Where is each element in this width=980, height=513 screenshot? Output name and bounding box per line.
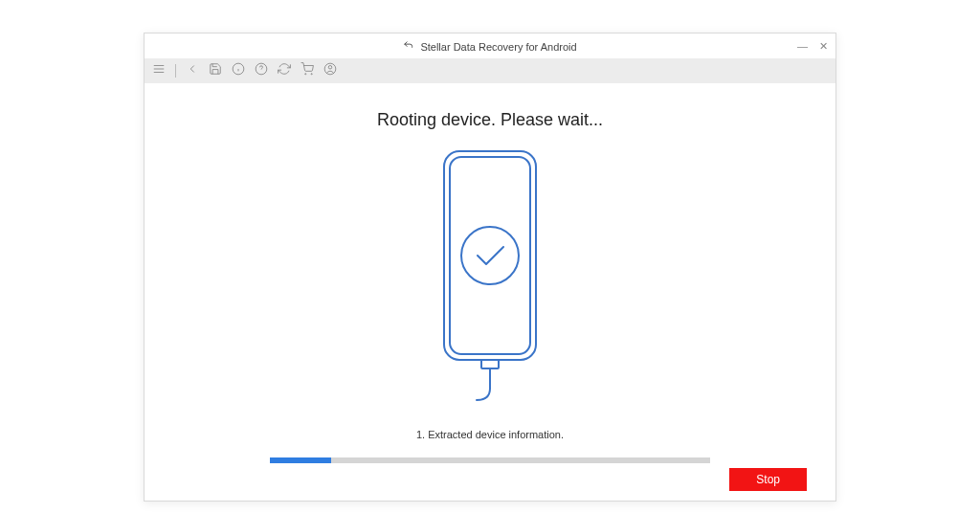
content-area: Rooting device. Please wait... xyxy=(145,83,835,501)
user-icon[interactable] xyxy=(323,62,337,79)
cart-icon[interactable] xyxy=(301,62,314,79)
phone-illustration xyxy=(418,147,562,415)
close-button[interactable]: ✕ xyxy=(819,40,828,53)
info-icon[interactable] xyxy=(232,62,245,79)
window-controls: — ✕ xyxy=(797,40,828,53)
svg-rect-12 xyxy=(444,151,536,360)
back-icon[interactable] xyxy=(186,62,199,79)
page-title: Rooting device. Please wait... xyxy=(377,110,603,130)
title-back-icon xyxy=(403,40,413,53)
svg-point-8 xyxy=(305,74,306,75)
status-text: 1. Extracted device information. xyxy=(416,429,564,440)
svg-point-9 xyxy=(311,74,312,75)
help-icon[interactable] xyxy=(255,62,268,79)
svg-rect-16 xyxy=(481,360,499,368)
svg-point-11 xyxy=(328,66,332,70)
toolbar-separator xyxy=(175,64,176,78)
footer-actions: Stop xyxy=(729,468,807,491)
titlebar: Stellar Data Recovery for Android — ✕ xyxy=(145,33,835,58)
progress-bar xyxy=(270,457,710,463)
svg-point-15 xyxy=(461,227,519,284)
title-wrap: Stellar Data Recovery for Android xyxy=(145,40,835,53)
toolbar xyxy=(145,58,835,83)
app-title: Stellar Data Recovery for Android xyxy=(420,41,576,53)
progress-fill xyxy=(270,457,331,463)
app-window: Stellar Data Recovery for Android — ✕ xyxy=(144,33,836,502)
menu-icon[interactable] xyxy=(152,62,166,79)
minimize-button[interactable]: — xyxy=(797,40,808,53)
refresh-icon[interactable] xyxy=(278,62,291,79)
stop-button[interactable]: Stop xyxy=(729,468,807,491)
save-icon[interactable] xyxy=(209,62,222,79)
